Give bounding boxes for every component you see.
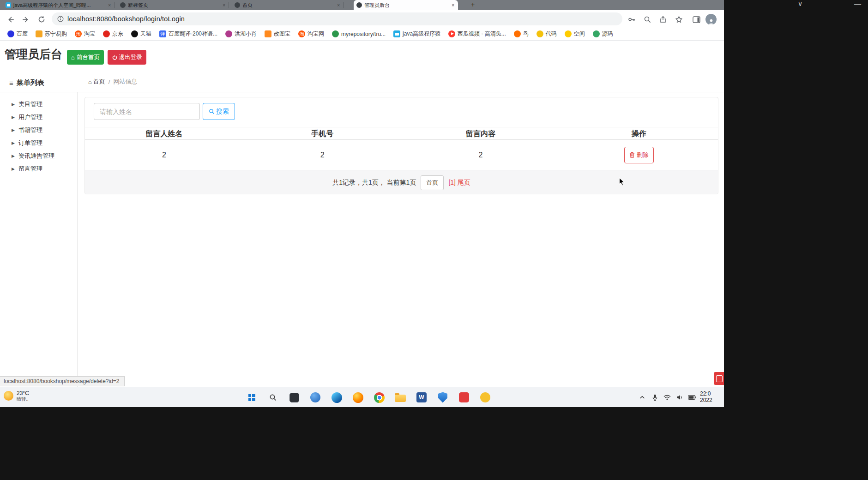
recorded-screen: java高级程序猿的个人空间_哔哩... × 新标签页 × 首页 × 管理员后台… bbox=[0, 0, 724, 407]
file-explorer-icon[interactable] bbox=[394, 391, 407, 404]
player-caret-icon[interactable]: ∨ bbox=[798, 0, 802, 7]
bookmark-taobao[interactable]: 淘淘宝 bbox=[75, 30, 95, 38]
chrome-icon[interactable] bbox=[373, 391, 386, 404]
word-icon[interactable]: W bbox=[415, 391, 428, 404]
password-key-icon[interactable] bbox=[627, 15, 636, 24]
forward-icon[interactable] bbox=[20, 14, 31, 25]
browser-toolbar: localhost:8080/bookshop/login/toLogin bbox=[0, 10, 724, 28]
sidebar-item-category[interactable]: ▶类目管理 bbox=[0, 98, 77, 111]
bookmark-myrepository[interactable]: myrepository/tru... bbox=[332, 30, 386, 37]
profile-avatar[interactable] bbox=[705, 14, 717, 25]
wifi-icon[interactable] bbox=[663, 395, 671, 400]
cell-phone: 2 bbox=[243, 151, 402, 159]
bookmark-zone[interactable]: 空间 bbox=[565, 30, 585, 38]
caret-right-icon: ▶ bbox=[12, 141, 15, 145]
bookmark-source[interactable]: 源码 bbox=[593, 30, 613, 38]
caret-right-icon: ▶ bbox=[12, 115, 15, 120]
browser-tab-newtab[interactable]: 新标签页 × bbox=[117, 0, 229, 10]
bookmark-xigua[interactable]: 西瓜视频 - 高清免... bbox=[448, 30, 506, 38]
weather-widget[interactable]: 23°C 晴转.. bbox=[4, 390, 29, 402]
side-panel-icon[interactable] bbox=[692, 15, 701, 24]
browser-tab-bilibili[interactable]: java高级程序猿的个人空间_哔哩... × bbox=[3, 0, 115, 10]
first-page-button[interactable]: 首页 bbox=[421, 175, 444, 190]
name-search-input[interactable] bbox=[94, 103, 200, 120]
bookmark-gaitubao[interactable]: 改图宝 bbox=[265, 30, 290, 38]
security-shield-icon[interactable] bbox=[436, 391, 449, 404]
task-view-icon[interactable] bbox=[288, 391, 301, 404]
close-icon[interactable]: × bbox=[336, 3, 341, 8]
info-icon[interactable] bbox=[57, 16, 64, 22]
table-row: 2 2 2 删除 bbox=[85, 140, 718, 170]
new-tab-button[interactable]: + bbox=[468, 1, 477, 9]
taskbar-clock[interactable]: 22:0 2022 bbox=[700, 390, 724, 403]
microphone-icon[interactable] bbox=[651, 394, 659, 401]
source-favicon bbox=[593, 30, 600, 37]
suning-favicon bbox=[36, 30, 42, 37]
close-icon[interactable]: × bbox=[107, 3, 112, 8]
battery-icon[interactable] bbox=[688, 395, 696, 400]
back-icon[interactable] bbox=[5, 14, 16, 25]
app-red-icon[interactable] bbox=[458, 391, 470, 404]
front-home-button[interactable]: ⌂ 前台首页 bbox=[67, 50, 104, 65]
translate-favicon: 译 bbox=[159, 30, 166, 37]
sidebar-item-orders[interactable]: ▶订单管理 bbox=[0, 137, 77, 150]
sidebar-item-books[interactable]: ▶书籍管理 bbox=[0, 124, 77, 137]
start-icon[interactable] bbox=[245, 391, 258, 404]
last-page-link[interactable]: [1] 尾页 bbox=[448, 179, 470, 187]
app-yellow-icon[interactable] bbox=[479, 391, 492, 404]
minimize-icon[interactable]: — bbox=[854, 0, 861, 7]
header-divider bbox=[0, 92, 724, 92]
browser-tab-home[interactable]: 首页 × bbox=[232, 0, 344, 10]
tray-chevron-up-icon[interactable] bbox=[638, 396, 646, 399]
taskbar-search-icon[interactable] bbox=[266, 391, 279, 404]
close-icon[interactable]: × bbox=[222, 3, 226, 8]
jd-favicon bbox=[103, 30, 110, 37]
caret-right-icon: ▶ bbox=[12, 167, 15, 171]
sun-icon bbox=[4, 391, 13, 401]
tab-separator bbox=[343, 2, 344, 8]
bookmarks-bar: 百度 苏宁易购 淘淘宝 京东 天猫 译百度翻译-200种语... 洪湖小肖 改图… bbox=[0, 28, 724, 41]
breadcrumb-home-link[interactable]: 首页 bbox=[93, 78, 105, 86]
sidebar-item-messages[interactable]: ▶留言管理 bbox=[0, 162, 77, 175]
sidebar-item-users[interactable]: ▶用户管理 bbox=[0, 111, 77, 124]
system-tray bbox=[638, 391, 696, 404]
repository-favicon bbox=[332, 30, 339, 37]
breadcrumb: ⌂ 首页 / 网站信息 bbox=[88, 78, 137, 86]
delete-button[interactable]: 删除 bbox=[624, 147, 654, 163]
caret-right-icon: ▶ bbox=[12, 102, 15, 107]
trash-icon bbox=[629, 152, 635, 158]
bookmark-tmall[interactable]: 天猫 bbox=[131, 30, 151, 38]
taobao-favicon: 淘 bbox=[75, 30, 82, 37]
bookmark-taobao-wang[interactable]: 淘淘宝网 bbox=[298, 30, 324, 38]
app-blue-icon[interactable] bbox=[309, 391, 322, 404]
firefox-icon[interactable] bbox=[351, 391, 364, 404]
bookmark-suning[interactable]: 苏宁易购 bbox=[36, 30, 67, 38]
volume-icon[interactable] bbox=[675, 395, 684, 400]
col-header-content: 留言内容 bbox=[402, 127, 560, 139]
close-icon[interactable]: × bbox=[451, 3, 455, 8]
share-icon[interactable] bbox=[658, 15, 668, 24]
page-title: 管理员后台 bbox=[5, 47, 62, 62]
browser-tab-admin-active[interactable]: 管理员后台 × bbox=[354, 0, 458, 10]
zoom-icon[interactable] bbox=[643, 15, 652, 24]
logout-button[interactable]: 退出登录 bbox=[108, 50, 146, 65]
bookmark-honghu[interactable]: 洪湖小肖 bbox=[225, 30, 257, 38]
edge-icon[interactable] bbox=[330, 391, 343, 404]
bookmark-star-icon[interactable] bbox=[674, 15, 683, 24]
sidebar-divider bbox=[77, 92, 78, 387]
taobao-favicon: 淘 bbox=[298, 30, 305, 37]
reload-icon[interactable] bbox=[36, 14, 47, 25]
cell-name: 2 bbox=[85, 151, 243, 159]
bookmark-jd[interactable]: 京东 bbox=[103, 30, 123, 38]
pagination-summary: 共1记录，共1页， 当前第1页 bbox=[332, 179, 416, 187]
cell-content: 2 bbox=[402, 151, 560, 159]
search-button[interactable]: 搜索 bbox=[203, 103, 235, 120]
bookmark-bird[interactable]: 鸟 bbox=[514, 30, 529, 38]
bookmark-bilibili[interactable]: java高级程序猿 bbox=[393, 30, 440, 38]
sidebar-item-news[interactable]: ▶资讯通告管理 bbox=[0, 150, 77, 162]
bookmark-baidu-translate[interactable]: 译百度翻译-200种语... bbox=[159, 30, 217, 38]
address-bar[interactable]: localhost:8080/bookshop/login/toLogin bbox=[52, 12, 622, 25]
floating-widget[interactable] bbox=[714, 372, 724, 385]
bookmark-code[interactable]: 代码 bbox=[536, 30, 557, 38]
bookmark-baidu[interactable]: 百度 bbox=[7, 30, 28, 38]
